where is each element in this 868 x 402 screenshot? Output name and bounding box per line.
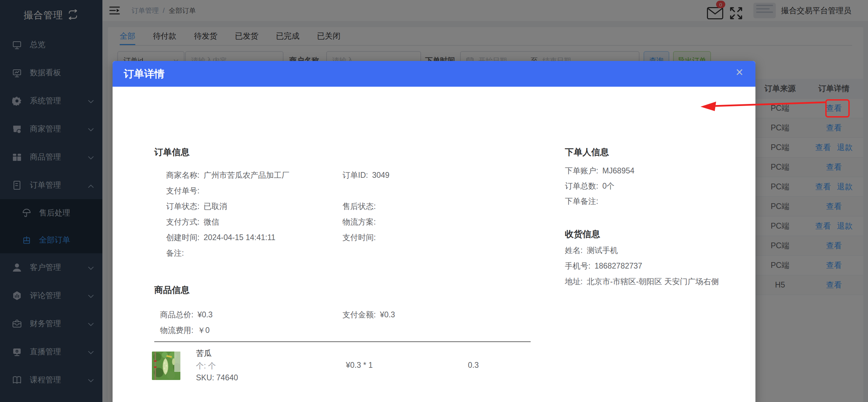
modal-body: 订单信息 商家名称:广州市苦瓜农产品加工厂 订单ID:3049 支付单号: 订单… — [113, 87, 755, 402]
divider — [154, 341, 531, 342]
shipping-row: 手机号:18682782737 — [565, 260, 642, 271]
buyer-info-heading: 下单人信息 — [565, 146, 609, 158]
info-row: 支付方式:微信 物流方案: — [166, 216, 559, 227]
info-row: 商家名称:广州市苦瓜农产品加工厂 订单ID:3049 — [166, 170, 559, 181]
field-value: 已取消 — [203, 201, 227, 212]
field-label: 姓名: — [565, 245, 583, 256]
field-label: 支付时间: — [342, 233, 376, 242]
field-value: 2024-04-15 14:41:11 — [203, 233, 275, 242]
field-label: 商家名称: — [166, 170, 199, 181]
field-label: 售后状态: — [342, 202, 376, 211]
info-row: 创建时间:2024-04-15 14:41:11 支付时间: — [166, 232, 559, 243]
field-label: 商品总价: — [160, 310, 193, 320]
field-value: 测试手机 — [587, 245, 618, 256]
order-info-heading: 订单信息 — [154, 146, 190, 158]
product-sku: SKU: 74640 — [196, 373, 238, 382]
field-value: 北京市-市辖区-朝阳区 天安门广场右侧 — [587, 276, 719, 287]
info-row: 备注: — [166, 248, 559, 258]
order-detail-modal: 订单详情 × 订单信息 商家名称:广州市苦瓜农产品加工厂 订单ID:3049 支… — [113, 61, 755, 402]
buyer-row: 订单总数:0个 — [565, 181, 614, 191]
field-label: 下单备注: — [565, 196, 598, 207]
product-info-heading: 商品信息 — [154, 284, 190, 296]
field-label: 支付方式: — [166, 217, 199, 227]
field-value: ¥0.3 — [197, 310, 213, 319]
field-label: 物流费用: — [160, 325, 193, 336]
modal-title: 订单详情 — [124, 67, 164, 81]
buyer-row: 下单账户:MJ68954 — [565, 165, 634, 176]
info-row: 支付单号: — [166, 185, 559, 196]
field-label: 下单账户: — [565, 166, 598, 176]
field-label: 手机号: — [565, 261, 590, 271]
field-value: 微信 — [203, 217, 219, 227]
field-value: 3049 — [372, 171, 389, 179]
field-value: 18682782737 — [594, 261, 642, 271]
field-label: 物流方案: — [342, 217, 376, 226]
field-label: 支付单号: — [166, 186, 199, 196]
shipping-row: 姓名:测试手机 — [565, 245, 618, 256]
field-label: 地址: — [565, 276, 583, 287]
field-value: ￥0 — [197, 325, 210, 336]
modal-header: 订单详情 × — [113, 61, 755, 87]
close-icon[interactable]: × — [736, 66, 743, 79]
red-highlight-box — [825, 99, 850, 118]
shipping-info-heading: 收货信息 — [565, 228, 600, 240]
totals-row: 商品总价:¥0.3 支付金额:¥0.3 — [160, 309, 553, 320]
buyer-row: 下单备注: — [565, 196, 602, 207]
shipping-row: 地址:北京市-市辖区-朝阳区 天安门广场右侧 — [565, 276, 719, 287]
product-price: ¥0.3 * 1 — [346, 361, 373, 370]
field-label: 支付金额: — [342, 310, 376, 319]
product-image — [152, 352, 180, 380]
field-value: ¥0.3 — [380, 310, 395, 319]
field-label: 订单总数: — [565, 181, 598, 191]
field-value: MJ68954 — [602, 166, 634, 175]
field-label: 备注: — [166, 248, 184, 258]
product-name: 苦瓜 — [196, 348, 212, 359]
field-value: 0个 — [602, 181, 614, 191]
product-spec: 个: 个 — [196, 361, 216, 371]
field-value: 广州市苦瓜农产品加工厂 — [203, 170, 289, 181]
fee-row: 物流费用:￥0 — [160, 325, 553, 336]
field-label: 订单状态: — [166, 201, 199, 212]
info-row: 订单状态:已取消 售后状态: — [166, 201, 559, 212]
field-label: 创建时间: — [166, 232, 199, 243]
field-label: 订单ID: — [342, 171, 368, 179]
product-amount: 0.3 — [468, 361, 479, 370]
